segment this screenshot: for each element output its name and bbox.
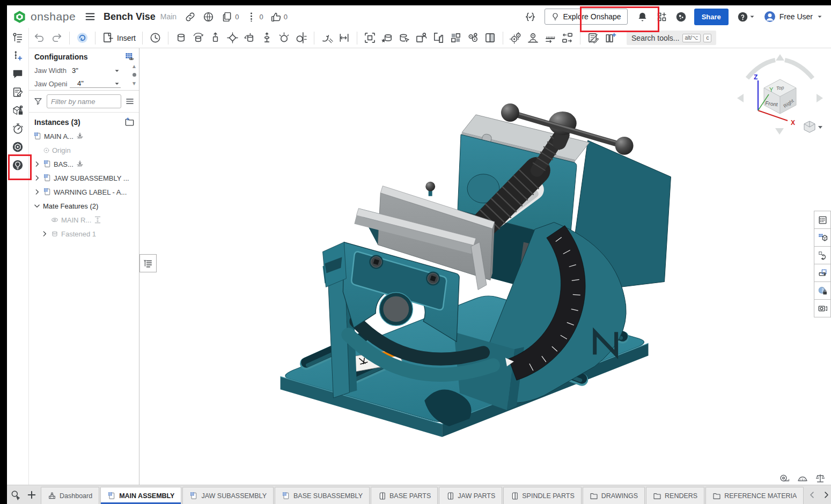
display-states-icon[interactable] [484, 32, 496, 44]
planar-mate-icon[interactable] [226, 32, 239, 44]
tree-row-fastened[interactable]: Fastened 1 [29, 227, 139, 241]
expand-icon[interactable] [41, 230, 48, 238]
create-part-icon[interactable] [381, 32, 393, 44]
share-link-icon[interactable] [185, 11, 196, 23]
jaw-opening-select[interactable]: 4" [70, 79, 121, 88]
tab-search-icon[interactable] [10, 490, 21, 500]
ball-mate-icon[interactable] [278, 32, 290, 44]
copies-icon[interactable] [222, 11, 233, 23]
appearance-button[interactable] [814, 282, 831, 300]
configuration-table-icon[interactable] [124, 51, 135, 62]
comments-icon[interactable] [12, 68, 24, 80]
document-title[interactable]: Bench Vise [104, 11, 156, 23]
slider-mate-icon[interactable] [209, 32, 222, 44]
tab-dashboard[interactable]: Dashboard [41, 487, 99, 504]
publication-icon[interactable] [415, 32, 428, 44]
tab-spindle-parts[interactable]: SPINDLE PARTS [503, 487, 582, 504]
add-folder-icon[interactable] [124, 117, 135, 127]
tree-row-base-subassembly[interactable]: BAS... [29, 157, 139, 171]
model-socket-screw[interactable] [369, 255, 383, 269]
pattern-icon[interactable] [450, 32, 462, 44]
tips-icon[interactable] [12, 159, 24, 171]
model-socket-screw[interactable] [426, 271, 440, 285]
list-options-icon[interactable] [125, 97, 135, 106]
feedback-icon[interactable] [675, 11, 687, 23]
panel-toggle-button[interactable] [139, 254, 157, 272]
view-cube-top-label[interactable]: Top [776, 85, 784, 91]
filter-icon[interactable] [33, 97, 43, 106]
feature-list-icon[interactable] [12, 32, 24, 43]
versions-icon[interactable] [246, 11, 257, 23]
notifications-icon[interactable] [637, 11, 648, 23]
history-icon[interactable] [12, 123, 24, 135]
insert-column-icon[interactable] [604, 32, 616, 44]
model-pivot-pin[interactable] [379, 292, 413, 325]
explore-onshape-button[interactable]: Explore Onshape [545, 9, 627, 25]
apps-icon[interactable] [656, 11, 667, 23]
filter-input[interactable] [47, 94, 121, 108]
tab-base-parts[interactable]: BASE PARTS [371, 487, 438, 504]
revolute-mate-icon[interactable] [192, 32, 204, 44]
scroll-down-icon[interactable]: ▼ [131, 80, 137, 86]
explode-view-button[interactable] [814, 247, 831, 264]
rack-pinion-icon[interactable] [527, 32, 539, 44]
expand-icon[interactable] [33, 188, 41, 196]
help-icon[interactable] [737, 11, 748, 23]
angle-measure-icon[interactable] [797, 473, 808, 484]
search-tools[interactable]: Search tools... alt/⌥ c [627, 31, 716, 45]
collapse-icon[interactable] [33, 202, 41, 210]
redo-icon[interactable] [50, 32, 63, 44]
versions-panel-icon[interactable] [12, 50, 24, 62]
jaw-width-select[interactable]: 3" [70, 66, 121, 75]
relation-icon[interactable] [321, 32, 333, 44]
bench-vise-model[interactable] [139, 48, 831, 485]
fastened-mate-icon[interactable] [175, 32, 187, 44]
workspace-name[interactable]: Main [160, 12, 177, 21]
user-menu[interactable]: Free User [763, 10, 823, 23]
tab-renders[interactable]: RENDERS [646, 487, 704, 504]
view-cube[interactable]: Top Front Right Z X Y [736, 53, 826, 139]
learning-center-icon[interactable] [12, 141, 24, 153]
expand-icon[interactable] [33, 160, 41, 168]
insert-button[interactable]: Insert [102, 32, 136, 44]
bom-icon[interactable] [587, 32, 599, 44]
group-icon[interactable] [467, 32, 479, 44]
transform-icon[interactable] [432, 32, 445, 44]
view-options-button[interactable] [804, 121, 822, 132]
mate-icon[interactable] [149, 32, 161, 44]
scroll-tabs-left-icon[interactable] [807, 490, 817, 500]
tab-jaw-parts[interactable]: JAW PARTS [439, 487, 502, 504]
mate-connector-icon[interactable] [338, 32, 350, 44]
section-view-button[interactable] [814, 264, 831, 282]
main-menu-icon[interactable] [84, 11, 96, 23]
tree-row-main-revolute[interactable]: MAIN R... [29, 213, 139, 227]
tree-row-jaw-subassembly[interactable]: JAW SUBASSEMBLY ... [29, 171, 139, 185]
named-position-icon[interactable] [364, 32, 376, 44]
dev-api-icon[interactable] [525, 11, 536, 23]
help-caret-icon[interactable] [748, 13, 756, 20]
3d-viewport[interactable]: Top Front Right Z X Y [139, 48, 831, 485]
tree-row-warning-label[interactable]: WARNING LABEL - A... [29, 185, 139, 199]
config-scroll-rail[interactable]: ▲ ▼ [131, 63, 137, 86]
rotate-view-icon[interactable] [76, 32, 89, 44]
add-tab-icon[interactable] [26, 490, 37, 500]
tab-drawings[interactable]: DRAWINGS [583, 487, 645, 504]
onshape-logo-icon[interactable] [12, 10, 27, 24]
named-views-button[interactable] [814, 300, 831, 317]
share-button[interactable]: Share [694, 9, 729, 25]
properties-icon[interactable] [12, 86, 24, 98]
tab-main-assembly[interactable]: MAIN ASSEMBLY [100, 487, 181, 504]
gear-relation-icon[interactable] [510, 32, 522, 44]
replicate-icon[interactable] [561, 32, 573, 44]
cylindrical-mate-icon[interactable] [244, 32, 256, 44]
scroll-up-icon[interactable]: ▲ [131, 63, 137, 69]
tree-row-origin[interactable]: Origin [29, 143, 139, 157]
isolate-button[interactable] [814, 229, 831, 247]
tab-base-subassembly[interactable]: BASE SUBASSEMBLY [275, 487, 370, 504]
measure-icon[interactable] [779, 473, 790, 484]
tree-row-mate-features[interactable]: Mate Features (2) [29, 199, 139, 213]
standard-content-icon[interactable] [12, 105, 24, 116]
linear-relation-icon[interactable] [544, 32, 556, 44]
likes-icon[interactable] [270, 11, 282, 23]
scroll-thumb[interactable] [133, 73, 136, 77]
